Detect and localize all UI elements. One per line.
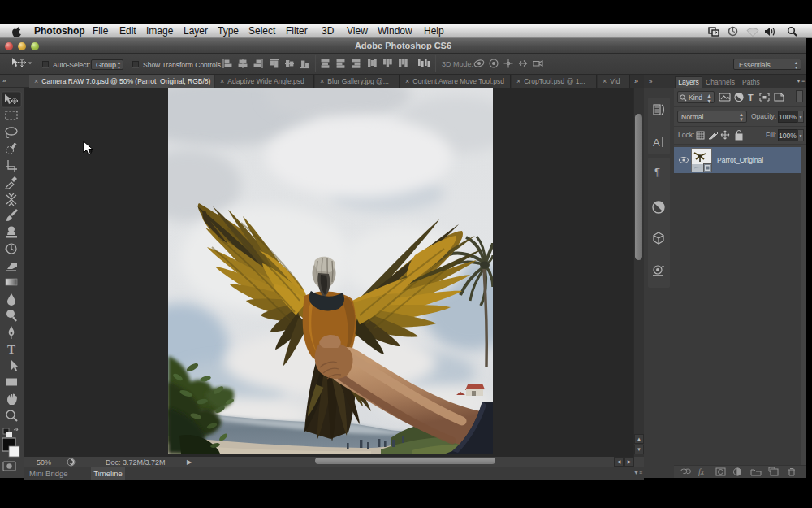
svg-text:¶: ¶	[654, 166, 660, 178]
svg-text:A: A	[653, 137, 660, 149]
svg-text:»: »	[649, 78, 653, 85]
svg-text:T: T	[748, 93, 754, 102]
svg-text:fx: fx	[698, 467, 705, 476]
svg-text:T: T	[7, 343, 15, 356]
